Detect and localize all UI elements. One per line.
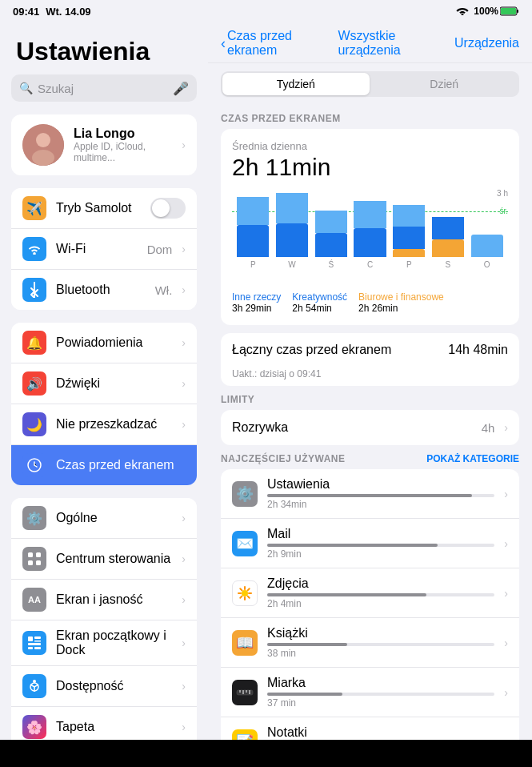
total-row: Łączny czas przed ekranem 14h 48min bbox=[221, 333, 519, 367]
profile-card[interactable]: Lia Longo Apple ID, iCloud, multime... › bbox=[11, 114, 197, 175]
accessibility-icon bbox=[22, 674, 46, 698]
content-section: CZAS PRZED EKRANEM Średnia dzienna 2h 11… bbox=[208, 105, 532, 740]
measure-app-name: Miarka bbox=[267, 676, 494, 690]
books-app-name: Książki bbox=[267, 626, 494, 641]
sounds-icon: 🔊 bbox=[22, 371, 46, 396]
mic-icon: 🎤 bbox=[173, 81, 189, 96]
sidebar-item-wallpaper[interactable]: 🌸 Tapeta › bbox=[11, 707, 197, 740]
tab-all-devices[interactable]: Wszystkie urządzenia bbox=[338, 29, 454, 58]
search-icon: 🔍 bbox=[19, 82, 33, 94]
home-indicator[interactable] bbox=[213, 757, 320, 761]
segment-week[interactable]: Tydzień bbox=[222, 73, 370, 95]
notes-app-name: Notatki bbox=[267, 725, 494, 740]
mail-app-icon: ✉️ bbox=[232, 531, 258, 556]
tab-devices[interactable]: Urządzenia bbox=[454, 36, 519, 50]
avg-label: Średnia dzienna bbox=[232, 140, 508, 152]
settings-app-arrow: › bbox=[504, 488, 508, 500]
mail-app-name: Mail bbox=[267, 527, 494, 541]
list-item-measure[interactable]: Miarka 37 min › bbox=[221, 668, 519, 717]
books-app-time: 38 min bbox=[267, 648, 494, 659]
svg-rect-10 bbox=[36, 560, 41, 565]
screentime-label: Czas przed ekranem bbox=[56, 458, 186, 472]
total-label: Łączny czas przed ekranem bbox=[232, 343, 391, 357]
back-arrow-icon: ‹ bbox=[221, 35, 226, 52]
notes-app-arrow: › bbox=[504, 736, 508, 741]
wallpaper-arrow: › bbox=[182, 721, 186, 733]
day-label: P bbox=[406, 260, 412, 269]
bar-n: O bbox=[469, 235, 505, 269]
accessibility-arrow: › bbox=[182, 680, 186, 693]
svg-rect-7 bbox=[28, 552, 33, 557]
books-app-arrow: › bbox=[504, 636, 508, 649]
day-label: S bbox=[446, 260, 451, 269]
wifi-value: Dom bbox=[147, 243, 173, 256]
sidebar-item-screentime[interactable]: Czas przed ekranem bbox=[11, 445, 197, 485]
limits-item-rozrywka[interactable]: Rozrywka 4h › bbox=[221, 410, 519, 445]
battery-percent: 100% bbox=[474, 6, 498, 17]
sidebar-item-accessibility[interactable]: Dostępność › bbox=[11, 666, 197, 707]
svg-rect-9 bbox=[28, 560, 33, 565]
settings-group-notifications: 🔔 Powiadomienia › 🔊 Dźwięki › 🌙 Nie prze… bbox=[11, 323, 197, 485]
bluetooth-arrow: › bbox=[182, 283, 186, 296]
day-label: C bbox=[367, 260, 373, 269]
wifi-label: Wi-Fi bbox=[56, 242, 138, 256]
sidebar-item-bluetooth[interactable]: Bluetooth Wł. › bbox=[11, 270, 197, 310]
limits-card: Rozrywka 4h › bbox=[221, 410, 519, 445]
day-label: Ś bbox=[328, 260, 334, 269]
search-placeholder: Szukaj bbox=[38, 82, 168, 95]
list-item-mail[interactable]: ✉️ Mail 2h 9min › bbox=[221, 519, 519, 568]
measure-app-icon bbox=[232, 680, 258, 705]
segment-day[interactable]: Dzień bbox=[371, 73, 518, 95]
sidebar-item-display[interactable]: AA Ekran i jasność › bbox=[11, 580, 197, 620]
legend-kreat-time: 2h 54min bbox=[292, 303, 347, 314]
sidebar-item-controlcenter[interactable]: Centrum sterowania › bbox=[11, 539, 197, 580]
svg-rect-27 bbox=[237, 690, 253, 695]
measure-app-arrow: › bbox=[504, 686, 508, 699]
homescreen-label: Ekran początkowy i Dock bbox=[56, 628, 172, 657]
total-value: 14h 48min bbox=[448, 343, 508, 357]
profile-subtitle: Apple ID, iCloud, multime... bbox=[74, 141, 172, 163]
chart-card: Średnia dzienna 2h 11min 3 h śr. bbox=[221, 129, 519, 325]
profile-arrow: › bbox=[182, 139, 186, 151]
wifi-status-icon bbox=[456, 6, 469, 18]
show-categories-btn[interactable]: POKAŻ KATEGORIE bbox=[426, 453, 519, 464]
dnd-label: Nie przeszkadzać bbox=[56, 417, 172, 432]
sounds-label: Dźwięki bbox=[56, 376, 172, 391]
photos-app-name: Zdjęcia bbox=[267, 576, 494, 591]
search-box[interactable]: 🔍 Szukaj 🎤 bbox=[11, 74, 197, 102]
sidebar-item-wifi[interactable]: Wi-Fi Dom › bbox=[11, 229, 197, 270]
bar-p1: P bbox=[235, 197, 271, 269]
legend-biurowe-label: Biurowe i finansowe bbox=[358, 291, 444, 303]
sidebar-item-notifications[interactable]: 🔔 Powiadomienia › bbox=[11, 323, 197, 363]
settings-app-icon: ⚙️ bbox=[232, 481, 258, 507]
sidebar-item-dnd[interactable]: 🌙 Nie przeszkadzać › bbox=[11, 404, 197, 445]
sidebar-item-sounds[interactable]: 🔊 Dźwięki › bbox=[11, 363, 197, 404]
notifications-arrow: › bbox=[182, 336, 186, 349]
list-item-settings[interactable]: ⚙️ Ustawienia 2h 34min › bbox=[221, 469, 519, 519]
profile-info: Lia Longo Apple ID, iCloud, multime... bbox=[74, 126, 172, 163]
sidebar-item-homescreen[interactable]: Ekran początkowy i Dock › bbox=[11, 620, 197, 666]
sidebar-item-general[interactable]: ⚙️ Ogólne › bbox=[11, 498, 197, 539]
controlcenter-arrow: › bbox=[182, 552, 186, 565]
homescreen-arrow: › bbox=[182, 636, 186, 649]
svg-rect-1 bbox=[517, 10, 518, 13]
back-link[interactable]: ‹ Czas przed ekranem bbox=[221, 29, 338, 58]
books-app-content: Książki 38 min bbox=[267, 626, 494, 659]
display-arrow: › bbox=[182, 593, 186, 606]
total-time-card: Łączny czas przed ekranem 14h 48min Uakt… bbox=[221, 333, 519, 386]
update-label: Uakt.: dzisiaj o 09:41 bbox=[221, 368, 519, 386]
photos-app-content: Zdjęcia 2h 4min bbox=[267, 576, 494, 609]
most-used-label: NAJCZĘŚCIEJ UŻYWANE bbox=[221, 453, 346, 464]
rozrywka-arrow: › bbox=[504, 421, 508, 434]
list-item-books[interactable]: 📖 Książki 38 min › bbox=[221, 618, 519, 668]
display-label: Ekran i jasność bbox=[56, 592, 172, 607]
list-item-photos[interactable]: Zdjęcia 2h 4min › bbox=[221, 568, 519, 618]
list-item-notes[interactable]: 📝 Notatki 13 min › bbox=[221, 717, 519, 740]
airplane-icon: ✈️ bbox=[22, 196, 46, 220]
airplane-toggle[interactable] bbox=[150, 198, 186, 219]
photos-app-icon bbox=[232, 580, 258, 606]
accessibility-label: Dostępność bbox=[56, 679, 172, 693]
svg-rect-2 bbox=[501, 8, 516, 14]
sidebar-item-airplane[interactable]: ✈️ Tryb Samolot bbox=[11, 188, 197, 229]
status-time: 09:41 bbox=[13, 6, 39, 18]
